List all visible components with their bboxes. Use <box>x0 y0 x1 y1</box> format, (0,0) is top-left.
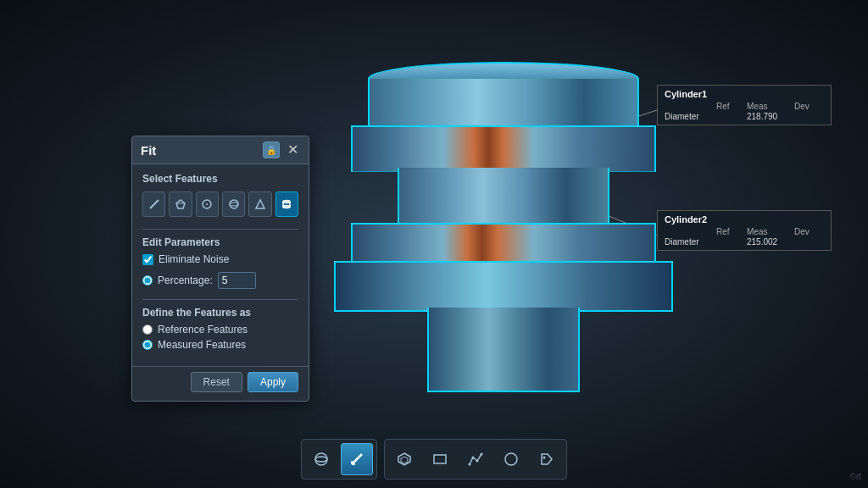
svg-point-25 <box>505 453 517 465</box>
diameter-label: Diameter <box>665 112 715 121</box>
cylinder-feature-btn[interactable] <box>275 191 298 217</box>
meas-value: 218.790 <box>747 112 793 121</box>
apply-button[interactable]: Apply <box>248 372 298 392</box>
svg-point-8 <box>230 202 238 206</box>
feature-icons-row <box>142 191 298 217</box>
cone-feature-btn[interactable] <box>248 191 271 217</box>
ref-value <box>716 112 746 121</box>
meas-header: Meas <box>747 102 793 111</box>
panel-header: Fit 🔒 ✕ <box>132 136 309 164</box>
meas-value2: 215.002 <box>747 237 793 247</box>
measured-features-radio[interactable] <box>142 340 153 350</box>
eliminate-noise-label: Eliminate Noise <box>159 253 229 265</box>
cylinder-mid-flange <box>351 125 656 172</box>
tag-tool-btn[interactable] <box>531 443 563 475</box>
svg-point-23 <box>476 460 479 463</box>
annotation-cylinder1-table: Ref Meas Dev Diameter 218.790 <box>665 102 824 121</box>
cylinder-bot-body <box>427 308 580 392</box>
diameter-label2: Diameter <box>665 237 715 247</box>
panel-header-actions: 🔒 ✕ <box>263 141 300 158</box>
svg-point-26 <box>543 457 546 459</box>
separator2 <box>142 299 298 300</box>
svg-line-2 <box>150 200 159 208</box>
lock-button[interactable]: 🔒 <box>263 141 280 158</box>
layers-btn[interactable] <box>305 443 337 475</box>
svg-marker-3 <box>176 200 185 208</box>
toolbar-group-2 <box>384 439 567 480</box>
reference-features-row: Reference Features <box>142 324 298 336</box>
sphere-feature-btn[interactable] <box>222 191 245 217</box>
eliminate-noise-checkbox[interactable] <box>142 254 153 265</box>
cylinder-mid-body <box>398 168 609 227</box>
cylinder-bot-flange <box>334 261 673 312</box>
svg-line-15 <box>352 454 362 464</box>
annotation-cylinder2-table: Ref Meas Dev Diameter 215.002 <box>665 227 824 247</box>
meas-header2: Meas <box>747 227 793 236</box>
polyline-tool-btn[interactable] <box>459 443 492 475</box>
percentage-label: Percentage: <box>158 274 213 286</box>
annotation-cylinder2: Cylinder2 Ref Meas Dev Diameter 215.002 <box>657 210 832 251</box>
panel-title: Fit <box>141 143 156 158</box>
svg-point-6 <box>206 203 208 205</box>
col-empty <box>665 102 715 111</box>
measure-btn[interactable] <box>341 443 373 475</box>
watermark: ©rt <box>850 472 861 481</box>
reference-features-label: Reference Features <box>158 324 248 336</box>
dev-header2: Dev <box>794 227 824 236</box>
cylinder-top-body <box>368 79 639 130</box>
eliminate-noise-row: Eliminate Noise <box>142 253 298 265</box>
svg-marker-19 <box>401 457 408 463</box>
stack-tool-btn[interactable] <box>388 443 420 475</box>
ref-header: Ref <box>716 102 746 111</box>
svg-point-7 <box>230 200 238 208</box>
dev-value <box>794 112 824 121</box>
col-empty2 <box>665 227 715 236</box>
dev-value2 <box>794 237 824 247</box>
annotation-cylinder2-title: Cylinder2 <box>665 214 824 225</box>
reference-features-radio[interactable] <box>142 324 153 335</box>
percentage-radio[interactable] <box>142 275 153 286</box>
ref-value2 <box>716 237 746 247</box>
toolbar-group-1 <box>301 439 377 480</box>
annotation-cylinder1: Cylinder1 Ref Meas Dev Diameter 218.790 <box>657 85 832 125</box>
select-features-label: Select Features <box>142 173 298 185</box>
reset-button[interactable]: Reset <box>191 372 242 392</box>
fit-panel: Fit 🔒 ✕ Select Features <box>131 136 309 402</box>
svg-point-21 <box>469 463 471 466</box>
circle-feature-btn[interactable] <box>196 191 219 217</box>
edit-params-label: Edit Parameters <box>142 236 298 248</box>
panel-body: Select Features Edit Parameters <box>132 164 309 366</box>
line-feature-btn[interactable] <box>142 191 165 217</box>
separator1 <box>142 229 298 230</box>
cylinder-mid-flange2 <box>351 223 656 265</box>
plane-feature-btn[interactable] <box>169 191 192 217</box>
svg-marker-9 <box>256 200 264 208</box>
3d-object <box>326 62 682 426</box>
circle-tool-btn[interactable] <box>495 443 527 475</box>
bottom-toolbar <box>301 439 567 480</box>
define-features-label: Define the Features as <box>142 307 298 319</box>
measured-features-label: Measured Features <box>158 339 246 351</box>
measured-features-row: Measured Features <box>142 339 298 351</box>
panel-footer: Reset Apply <box>132 366 309 401</box>
svg-point-13 <box>315 453 327 465</box>
rect-tool-btn[interactable] <box>424 443 456 475</box>
annotation-cylinder1-title: Cylinder1 <box>665 89 824 99</box>
percentage-row: Percentage: <box>142 272 298 289</box>
svg-rect-20 <box>434 455 446 463</box>
close-button[interactable]: ✕ <box>285 142 300 158</box>
svg-point-14 <box>315 457 327 462</box>
define-features-radio-group: Reference Features Measured Features <box>142 324 298 351</box>
svg-point-22 <box>472 457 475 459</box>
dev-header: Dev <box>794 102 824 111</box>
svg-point-24 <box>481 453 483 456</box>
percentage-input[interactable] <box>218 272 256 289</box>
ref-header2: Ref <box>716 227 746 236</box>
